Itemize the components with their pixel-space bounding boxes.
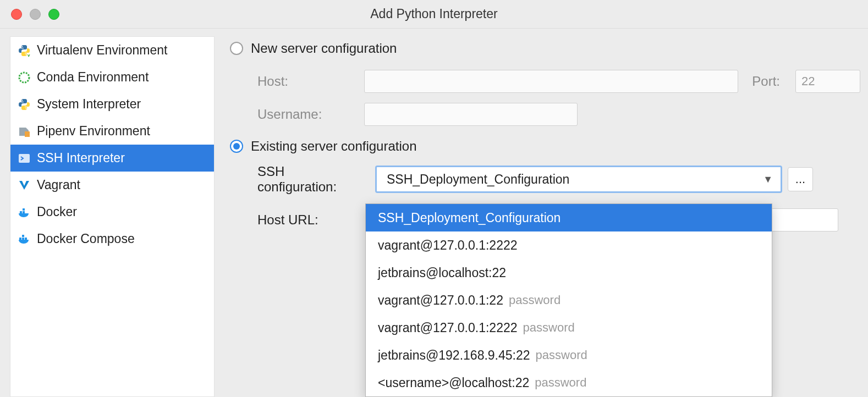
dropdown-option[interactable]: jetbrains@192.168.9.45:22 password	[366, 341, 772, 369]
username-input[interactable]	[364, 103, 578, 126]
sidebar-item-pipenv[interactable]: Pipenv Environment	[10, 118, 214, 145]
main-panel: New server configuration Host: Port: Use…	[215, 36, 868, 397]
python-icon: v	[17, 43, 31, 58]
radio-icon	[230, 42, 243, 55]
dropdown-option-hint: password	[536, 348, 587, 362]
radio-icon	[230, 140, 243, 153]
sidebar-item-docker-compose[interactable]: Docker Compose	[10, 225, 214, 252]
new-server-form: Host: Port: Username:	[230, 65, 860, 131]
sidebar-item-label: Virtualenv Environment	[37, 43, 167, 58]
sidebar-item-conda[interactable]: Conda Environment	[10, 64, 214, 91]
sideb+ssh[interactable]: SSH Interpreter	[10, 145, 214, 172]
svg-rect-13	[22, 235, 24, 237]
port-label: Port:	[752, 74, 780, 89]
dropdown-option-hint: password	[535, 376, 586, 390]
dropdown-option[interactable]: SSH_Deployment_Configuration	[366, 204, 772, 231]
ssh-config-selected: SSH_Deployment_Configuration	[387, 172, 569, 187]
radio-label: Existing server configuration	[251, 139, 416, 154]
dropdown-option-text: vagrant@127.0.0.1:2222	[378, 321, 518, 335]
radio-label: New server configuration	[251, 41, 397, 56]
dropdown-option-hint: password	[509, 293, 561, 307]
host-url-label: Host URL:	[257, 212, 365, 228]
radio-new-server-config[interactable]: New server configuration	[230, 41, 860, 56]
sidebar-item-label: Conda Environment	[37, 70, 149, 85]
ssh-config-label: SSH configuration:	[257, 164, 365, 195]
svg-point-0	[22, 46, 23, 47]
sidebar-item-label: Docker	[37, 205, 77, 219]
content: v Virtualenv Environment Conda Environme…	[0, 29, 868, 397]
svg-rect-12	[25, 238, 27, 240]
dropdown-option-text: SSH_Deployment_Configuration	[378, 211, 561, 225]
ssh-config-browse-button[interactable]: ...	[788, 167, 813, 191]
dropdown-option[interactable]: vagrant@127.0.0.1:2222	[366, 231, 772, 259]
svg-rect-7	[20, 211, 22, 213]
svg-point-3	[19, 73, 29, 82]
dropdown-option-text: vagrant@127.0.0.1:2222	[378, 238, 518, 253]
dropdown-option-text: jetbrains@192.168.9.45:22	[378, 348, 530, 363]
dropdown-option[interactable]: vagrant@127.0.0.1:2222 password	[366, 314, 772, 341]
sidebar-item-label: Pipenv Environment	[37, 124, 150, 139]
conda-icon	[17, 70, 31, 85]
svg-rect-11	[22, 238, 24, 240]
window-title: Add Python Interpreter	[0, 7, 868, 21]
sidebar-item-label: Vagrant	[37, 178, 80, 192]
svg-text:v: v	[28, 53, 30, 57]
ssh-config-dropdown: SSH_Deployment_Configuration vagrant@127…	[365, 203, 772, 397]
svg-rect-8	[23, 211, 25, 213]
pipenv-icon	[17, 124, 31, 139]
vagrant-icon	[17, 178, 31, 192]
dropdown-option[interactable]: jetbrains@localhost:22	[366, 259, 772, 286]
titlebar: Add Python Interpreter	[0, 0, 868, 29]
svg-point-5	[26, 108, 27, 109]
sidebar-item-vagrant[interactable]: Vagrant	[10, 172, 214, 198]
port-input[interactable]	[795, 70, 860, 93]
svg-point-1	[26, 54, 27, 55]
username-label: Username:	[257, 107, 354, 122]
svg-point-4	[22, 100, 23, 101]
sidebar-item-label: System Interpreter	[37, 97, 141, 112]
dropdown-option-text: vagrant@127.0.0.1:22	[378, 293, 503, 308]
sidebar-item-virtualenv[interactable]: v Virtualenv Environment	[10, 37, 214, 64]
docker-compose-icon	[17, 232, 31, 246]
dropdown-option[interactable]: vagrant@127.0.0.1:22 password	[366, 286, 772, 314]
sidebar-item-docker[interactable]: Docker	[10, 198, 214, 225]
dropdown-option[interactable]: <username>@localhost:22 password	[366, 369, 772, 396]
ssh-config-select[interactable]: SSH_Deployment_Configuration ▼	[375, 166, 782, 193]
svg-rect-10	[19, 238, 21, 240]
chevron-down-icon: ▼	[763, 174, 773, 185]
host-input[interactable]	[364, 70, 738, 93]
sidebar-item-system[interactable]: System Interpreter	[10, 91, 214, 118]
python-icon	[17, 97, 31, 112]
ssh-icon	[17, 151, 31, 166]
svg-rect-9	[23, 208, 25, 211]
radio-existing-server-config[interactable]: Existing server configuration	[230, 139, 860, 154]
sidebar-item-label: Docker Compose	[37, 231, 135, 246]
sidebar-item-label: SSH Interpreter	[37, 151, 125, 166]
dropdown-option-text: jetbrains@localhost:22	[378, 266, 506, 280]
interpreter-type-sidebar: v Virtualenv Environment Conda Environme…	[10, 36, 215, 397]
dropdown-option-hint: password	[523, 321, 575, 335]
dropdown-option-text: <username>@localhost:22	[378, 376, 529, 390]
host-label: Host:	[257, 74, 354, 89]
existing-server-form: SSH configuration: SSH_Deployment_Config…	[230, 163, 860, 196]
svg-rect-6	[19, 154, 30, 163]
docker-icon	[17, 205, 31, 219]
